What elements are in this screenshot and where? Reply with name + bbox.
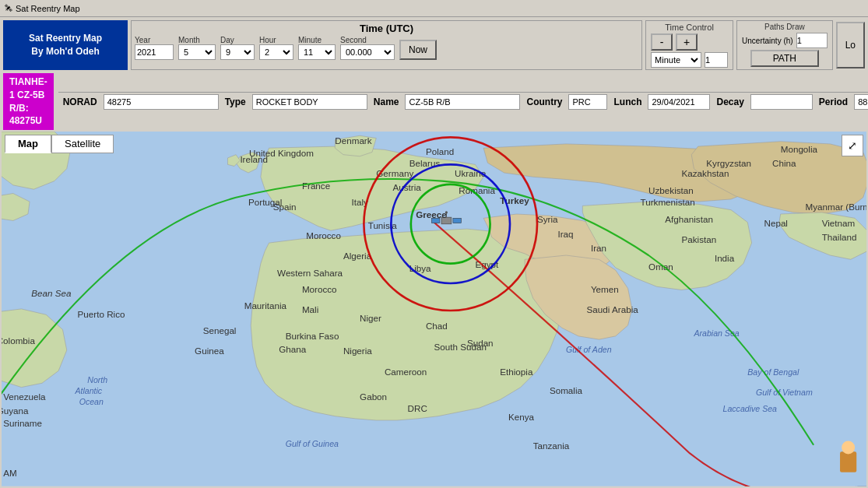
svg-text:Libya: Libya — [409, 263, 431, 273]
lunch-value-input[interactable] — [648, 94, 710, 110]
hour-select[interactable]: 2 — [259, 44, 293, 60]
type-value-input[interactable] — [252, 94, 367, 110]
month-select[interactable]: 5 — [178, 44, 216, 60]
norad-label: NORAD — [63, 97, 97, 107]
tc-unit-select[interactable]: Minute Second Hour Day — [651, 52, 701, 68]
norad-value-input[interactable] — [104, 94, 219, 110]
main-content: Sat Reentry Map By Moh'd Odeh Time (UTC)… — [0, 17, 868, 488]
svg-text:Iraq: Iraq — [558, 229, 574, 239]
svg-text:Poland: Poland — [426, 146, 454, 156]
lunch-label: Lunch — [613, 97, 641, 107]
svg-text:Nepal: Nepal — [764, 218, 788, 228]
year-field: Year — [135, 36, 174, 60]
svg-text:Ethiopia: Ethiopia — [500, 367, 533, 377]
decay-label: Decay — [716, 97, 743, 107]
svg-text:North: North — [87, 375, 107, 384]
period-value-input[interactable] — [854, 94, 868, 110]
hour-label: Hour — [259, 36, 276, 44]
branding: Sat Reentry Map By Moh'd Odeh — [3, 20, 128, 70]
titlebar-icon: 🛰 — [5, 4, 12, 12]
fullscreen-button[interactable]: ⤢ — [842, 135, 863, 156]
day-select[interactable]: 9 — [220, 44, 255, 60]
svg-text:Myanmar (Burma): Myanmar (Burma) — [806, 202, 866, 212]
svg-rect-98 — [840, 451, 856, 472]
svg-text:United Kingdom: United Kingdom — [249, 148, 314, 158]
svg-text:Turkmenistan: Turkmenistan — [641, 198, 695, 208]
svg-text:Pakistan: Pakistan — [682, 234, 717, 244]
svg-text:Portugal: Portugal — [248, 198, 282, 208]
svg-text:Bay of Bengal: Bay of Bengal — [747, 367, 799, 377]
svg-text:Senegal: Senegal — [203, 325, 237, 335]
svg-text:Ghana: Ghana — [279, 344, 307, 354]
tc-input-row: Minute Second Hour Day — [651, 52, 728, 68]
second-select[interactable]: 00.000 — [340, 44, 395, 60]
map-svg: Ireland United Kingdom Denmark Poland Be… — [2, 132, 866, 486]
month-field: Month 5 — [178, 36, 216, 60]
name-value-input[interactable] — [405, 94, 520, 110]
svg-text:South Sudan: South Sudan — [434, 342, 487, 352]
period-label: Period — [819, 97, 848, 107]
svg-text:Afghanistan: Afghanistan — [665, 214, 713, 224]
minute-select[interactable]: 11 — [298, 44, 336, 60]
tc-plus-button[interactable]: + — [676, 33, 698, 51]
country-label: Country — [526, 97, 562, 107]
tab-satellite[interactable]: Satellite — [51, 135, 114, 153]
second-field: Second 00.000 — [340, 36, 395, 60]
svg-text:Mongolia: Mongolia — [781, 144, 818, 154]
svg-text:China: China — [772, 158, 796, 168]
svg-text:Vietnam: Vietnam — [822, 218, 856, 228]
svg-text:Suriname: Suriname — [3, 419, 42, 429]
branding-line1: Sat Reentry Map — [29, 32, 102, 45]
day-label: Day — [220, 36, 234, 44]
svg-text:Niger: Niger — [360, 313, 381, 323]
branding-line2: By Moh'd Odeh — [29, 45, 102, 58]
svg-text:Yemen: Yemen — [591, 284, 619, 294]
tianhe-line2: 48275U — [9, 114, 47, 128]
path-button[interactable]: PATH — [750, 50, 819, 67]
svg-text:Gulf of Vietnam: Gulf of Vietnam — [756, 388, 813, 397]
svg-text:Ocean: Ocean — [79, 397, 104, 406]
svg-text:Bean Sea: Bean Sea — [31, 288, 72, 298]
tc-buttons: - + — [651, 33, 728, 51]
svg-text:Kyrgyzstan: Kyrgyzstan — [706, 158, 751, 168]
svg-point-99 — [842, 441, 855, 455]
time-control-panel: Time Control - + Minute Second Hour Day — [645, 20, 733, 70]
map-tabs: Map Satellite — [5, 135, 114, 153]
lo-button[interactable]: Lo — [836, 22, 865, 68]
svg-text:Mauritania: Mauritania — [244, 300, 287, 311]
svg-text:Somalia: Somalia — [550, 385, 583, 395]
country-value-input[interactable] — [568, 94, 607, 110]
time-control-title: Time Control — [651, 23, 728, 32]
map-container[interactable]: Map Satellite ⤢ ▲ ▼ — [2, 132, 866, 486]
svg-rect-94 — [453, 218, 462, 223]
month-label: Month — [178, 36, 200, 44]
decay-value-input[interactable] — [750, 94, 813, 110]
svg-text:Gulf of Guinea: Gulf of Guinea — [286, 439, 339, 448]
paths-draw-label: Paths Draw — [764, 23, 805, 31]
hour-field: Hour 2 — [259, 36, 293, 60]
svg-text:Denmark: Denmark — [335, 135, 371, 146]
tc-interval-input[interactable] — [705, 52, 728, 68]
now-button[interactable]: Now — [399, 40, 437, 60]
tianhe-line1: TIANHE-1 CZ-5B R/B: — [9, 75, 47, 114]
day-field: Day 9 — [220, 36, 255, 60]
svg-text:AM: AM — [3, 468, 16, 478]
svg-text:Tanzania: Tanzania — [533, 441, 570, 451]
uncertainty-label: Uncertainty (h) — [742, 37, 793, 45]
name-label: Name — [374, 97, 399, 107]
year-input[interactable] — [135, 44, 174, 60]
svg-text:Mali: Mali — [302, 304, 318, 314]
svg-text:Puerto Rico: Puerto Rico — [78, 309, 125, 319]
tab-map[interactable]: Map — [5, 135, 51, 153]
svg-text:Morocco: Morocco — [302, 284, 337, 294]
svg-text:Atlantic: Atlantic — [74, 386, 102, 395]
svg-text:Iran: Iran — [591, 243, 606, 253]
tc-minus-button[interactable]: - — [651, 33, 673, 51]
svg-text:Nigeria: Nigeria — [343, 346, 372, 356]
svg-text:Burkina Faso: Burkina Faso — [286, 331, 339, 341]
minute-field: Minute 11 — [298, 36, 336, 60]
uncertainty-input[interactable] — [796, 33, 828, 48]
year-label: Year — [135, 36, 150, 44]
minute-label: Minute — [298, 36, 322, 44]
time-panel: Time (UTC) Year Month 5 Day 9 — [131, 20, 642, 70]
